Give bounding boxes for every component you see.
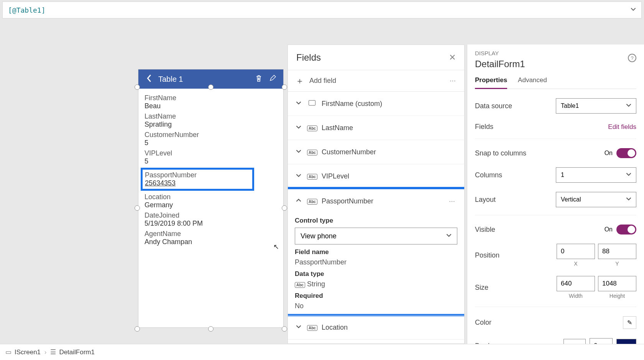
- data-source-select[interactable]: Table1: [556, 98, 636, 114]
- breadcrumb-form[interactable]: ☰ DetailForm1: [50, 348, 95, 356]
- edit-icon[interactable]: [268, 75, 277, 83]
- field-list-item[interactable]: AbcLastName: [295, 116, 457, 140]
- sub-label: Y: [615, 261, 619, 267]
- size-height-input[interactable]: [598, 276, 636, 291]
- position-y-input[interactable]: [598, 244, 636, 259]
- size-width-input[interactable]: [557, 276, 595, 291]
- field-name: FirstName (custom): [322, 100, 457, 108]
- prop-tabs: Properties Advanced: [475, 76, 636, 89]
- snap-toggle[interactable]: [616, 148, 636, 158]
- field-list-item[interactable]: FirstName (custom): [295, 92, 457, 116]
- field-list: FirstName (custom)AbcLastNameAbcCustomer…: [288, 92, 464, 344]
- position-x-input[interactable]: [557, 244, 595, 259]
- resize-handle[interactable]: [135, 326, 140, 332]
- add-field-label: Add field: [309, 77, 450, 85]
- toggle-value: On: [605, 226, 613, 233]
- select-value: Vertical: [561, 196, 581, 203]
- prop-data-source-label: Data source: [475, 102, 556, 110]
- tab-advanced[interactable]: Advanced: [518, 76, 547, 89]
- field-list-item[interactable]: 📅DateJoined: [295, 340, 457, 344]
- chevron-right-icon: ›: [44, 349, 46, 356]
- chevron-up-icon[interactable]: [295, 198, 302, 205]
- close-icon[interactable]: ✕: [449, 53, 456, 63]
- screen-icon: ▭: [5, 348, 12, 356]
- field-name-value: PassportNumber: [295, 258, 457, 266]
- chevron-down-icon[interactable]: [631, 7, 636, 13]
- resize-handle[interactable]: [135, 205, 140, 211]
- prop-position-label: Position: [475, 251, 557, 259]
- canvas[interactable]: Table 1 FirstNameBeauLastNameSpratlingCu…: [0, 20, 644, 344]
- chevron-down-icon: [626, 102, 631, 109]
- abc-icon: Abc: [307, 150, 317, 155]
- crumb-label: DetailForm1: [59, 348, 95, 356]
- box-icon: [309, 100, 315, 106]
- resize-handle[interactable]: [282, 205, 287, 211]
- resize-handle[interactable]: [208, 84, 214, 90]
- breadcrumb: ▭ IScreen1 › ☰ DetailForm1: [0, 344, 644, 360]
- breadcrumb-screen[interactable]: ▭ IScreen1: [5, 348, 41, 356]
- screen-title: Table 1: [158, 75, 250, 84]
- abc-icon: Abc: [295, 282, 305, 288]
- field-list-item[interactable]: AbcPassportNumber⋯: [295, 189, 457, 213]
- prop-fields-label: Fields: [475, 123, 608, 131]
- selection-box: [137, 87, 284, 329]
- field-name: LastName: [322, 124, 457, 132]
- field-name: Location: [322, 324, 457, 332]
- field-list-item[interactable]: AbcCustomerNumber: [295, 140, 457, 164]
- trash-icon[interactable]: [254, 74, 263, 84]
- field-name: PassportNumber: [322, 197, 444, 205]
- abc-icon: Abc: [307, 325, 317, 331]
- color-picker-icon[interactable]: ✎: [623, 316, 636, 329]
- visible-toggle[interactable]: [616, 225, 636, 234]
- prop-visible-label: Visible: [475, 226, 605, 234]
- select-value: 1: [561, 172, 564, 178]
- chevron-down-icon[interactable]: [295, 124, 302, 131]
- required-label: Required: [295, 292, 457, 300]
- edit-fields-link[interactable]: Edit fields: [608, 123, 636, 131]
- control-type-label: Control type: [295, 217, 457, 225]
- control-name: DetailForm1: [475, 59, 636, 69]
- chevron-down-icon[interactable]: [295, 100, 302, 107]
- abc-icon: Abc: [307, 199, 317, 205]
- data-type-value: Abc String: [295, 280, 457, 288]
- resize-handle[interactable]: [135, 84, 140, 90]
- form-icon: ☰: [50, 348, 56, 356]
- formula-bar[interactable]: [@Table1]: [2, 2, 642, 18]
- resize-handle[interactable]: [282, 326, 287, 332]
- prop-layout-label: Layout: [475, 196, 556, 204]
- chevron-down-icon: [626, 172, 631, 178]
- display-label: DISPLAY: [475, 50, 636, 56]
- add-field-button[interactable]: ＋ Add field ⋯: [288, 70, 464, 92]
- columns-select[interactable]: 1: [556, 167, 636, 183]
- crumb-label: IScreen1: [15, 348, 41, 356]
- field-list-item[interactable]: AbcVIPLevel: [295, 164, 457, 188]
- chevron-down-icon[interactable]: [295, 149, 302, 155]
- layout-select[interactable]: Vertical: [556, 192, 636, 207]
- sub-label: X: [574, 261, 577, 267]
- more-icon[interactable]: ⋯: [450, 77, 457, 84]
- chevron-down-icon[interactable]: [295, 173, 302, 180]
- field-list-item[interactable]: AbcLocation: [295, 315, 457, 339]
- fields-panel: Fields ✕ ＋ Add field ⋯ FirstName (custom…: [288, 45, 465, 344]
- toggle-value: On: [605, 150, 613, 157]
- back-icon[interactable]: [145, 74, 154, 84]
- required-value: No: [295, 302, 457, 310]
- prop-columns-label: Columns: [475, 171, 556, 179]
- select-value: Table1: [561, 102, 579, 109]
- field-name: VIPLevel: [322, 172, 457, 180]
- resize-handle[interactable]: [208, 326, 214, 332]
- more-icon[interactable]: ⋯: [449, 198, 457, 205]
- help-icon[interactable]: ?: [628, 54, 636, 62]
- prop-size-label: Size: [475, 284, 557, 292]
- abc-icon: Abc: [307, 126, 317, 131]
- plus-icon: ＋: [296, 75, 304, 87]
- resize-handle[interactable]: [282, 84, 287, 90]
- properties-panel: DISPLAY DetailForm1 ? Properties Advance…: [467, 45, 644, 344]
- tab-properties[interactable]: Properties: [475, 76, 507, 89]
- field-details: Control typeView phoneField namePassport…: [295, 217, 457, 314]
- abc-icon: Abc: [307, 174, 317, 180]
- chevron-down-icon: [446, 233, 452, 239]
- sub-label: Height: [610, 293, 625, 299]
- chevron-down-icon[interactable]: [295, 324, 302, 331]
- control-type-select[interactable]: View phone: [295, 228, 457, 244]
